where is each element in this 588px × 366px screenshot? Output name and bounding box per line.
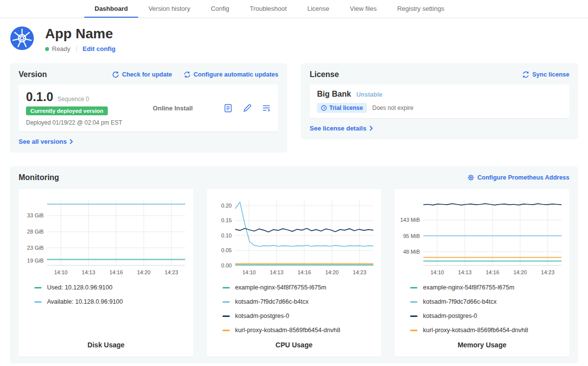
see-license-details-link[interactable]: See license details: [310, 125, 373, 132]
svg-text:14:23: 14:23: [165, 269, 178, 275]
tab-config[interactable]: Config: [200, 0, 240, 18]
legend-label: kotsadm-postgres-0: [235, 313, 289, 319]
auto-update-icon: [184, 71, 191, 78]
check-for-update-label: Check for update: [122, 71, 172, 78]
deployed-timestamp: Deployed 01/19/22 @ 02:04 pm EST: [26, 119, 122, 126]
chart-title: Disk Usage: [23, 341, 190, 350]
legend-swatch: [410, 301, 417, 303]
configure-automatic-updates-button[interactable]: Configure automatic updates: [184, 71, 278, 78]
license-card-title: License: [310, 70, 339, 79]
legend-label: kotsadm-7f9dc7d66c-b4tcx: [235, 298, 309, 305]
legend-label: example-nginx-54f8f76755-l675m: [423, 284, 514, 291]
svg-text:14:16: 14:16: [110, 269, 123, 275]
svg-text:14:20: 14:20: [137, 269, 151, 275]
license-box: Big Bank Unstable Trial license Does not…: [310, 84, 569, 118]
legend-label: example-nginx-54f8f76755-l675m: [235, 284, 326, 291]
current-version-box: 0.1.0 Sequence 0 Currently deployed vers…: [19, 84, 278, 131]
legend-item: kurl-proxy-kotsadm-8569fb6454-dnvh8: [410, 327, 565, 334]
svg-text:95 MiB: 95 MiB: [403, 233, 419, 239]
see-license-details-label: See license details: [310, 125, 367, 132]
svg-text:23 GiB: 23 GiB: [27, 245, 44, 251]
configure-prometheus-label: Configure Prometheus Address: [477, 174, 569, 181]
tab-dashboard[interactable]: Dashboard: [84, 0, 138, 18]
tab-version-history[interactable]: Version history: [138, 0, 200, 18]
edit-config-link[interactable]: Edit config: [83, 45, 116, 52]
svg-text:0.10: 0.10: [221, 233, 232, 238]
configure-prometheus-button[interactable]: Configure Prometheus Address: [467, 174, 569, 181]
svg-text:14:10: 14:10: [54, 269, 68, 275]
legend-item: example-nginx-54f8f76755-l675m: [222, 284, 378, 291]
edit-pen-icon[interactable]: [243, 104, 252, 113]
legend-item: kotsadm-postgres-0: [410, 313, 565, 319]
divider: [76, 46, 77, 52]
legend-swatch: [222, 287, 230, 288]
chart-title: CPU Usage: [211, 341, 378, 350]
legend-item: Used: 10.128.0.96:9100: [34, 284, 190, 291]
clock-icon: [321, 105, 327, 111]
legend-item: Available: 10.128.0.96:9100: [34, 298, 190, 305]
legend-swatch: [34, 301, 42, 303]
svg-text:33 GiB: 33 GiB: [27, 212, 44, 218]
svg-text:14:20: 14:20: [513, 269, 527, 275]
tab-view-files[interactable]: View files: [340, 0, 387, 18]
legend-label: Used: 10.128.0.96:9100: [47, 284, 112, 291]
install-type-label: Online Install: [153, 105, 193, 112]
svg-text:0.05: 0.05: [221, 247, 232, 253]
channel-label: Unstable: [356, 91, 382, 98]
legend-swatch: [34, 287, 42, 288]
version-card: Version Check for update: [10, 63, 287, 153]
legend-item: example-nginx-54f8f76755-l675m: [410, 284, 565, 291]
sync-license-label: Sync license: [532, 71, 569, 78]
legend-label: kurl-proxy-kotsadm-8569fb6454-dnvh8: [423, 327, 528, 334]
legend-item: kurl-proxy-kotsadm-8569fb6454-dnvh8: [222, 327, 378, 334]
license-card: License Sync license Big Bank Unstable: [301, 63, 578, 139]
customer-name: Big Bank: [317, 90, 351, 99]
disk-usage-chart-panel: 19 GiB23 GiB28 GiB33 GiB14:1014:1314:161…: [19, 189, 194, 357]
monitoring-card: Monitoring Configure Prometheus Address: [10, 166, 578, 364]
see-all-versions-link[interactable]: See all versions: [19, 138, 73, 145]
tab-registry-settings[interactable]: Registry settings: [387, 0, 455, 18]
memory-usage-legend: example-nginx-54f8f76755-l675mkotsadm-7f…: [410, 284, 565, 341]
svg-text:28 GiB: 28 GiB: [27, 229, 44, 235]
legend-swatch: [222, 330, 230, 331]
legend-item: kotsadm-7f9dc7d66c-b4tcx: [222, 298, 378, 305]
chevron-right-icon: [70, 139, 73, 144]
legend-swatch: [222, 301, 230, 303]
app-status: Ready: [52, 45, 71, 52]
kubernetes-logo-icon: [10, 26, 34, 51]
check-for-update-button[interactable]: Check for update: [112, 71, 172, 78]
legend-swatch: [410, 287, 417, 288]
memory-usage-chart: 48 MiB95 MiB143 MiB14:1014:1314:1614:201…: [399, 195, 565, 278]
memory-usage-chart-panel: 48 MiB95 MiB143 MiB14:1014:1314:1614:201…: [394, 189, 569, 357]
legend-item: kotsadm-7f9dc7d66c-b4tcx: [410, 298, 565, 305]
app-header: App Name Ready Edit config: [0, 18, 588, 63]
preflight-checklist-icon[interactable]: [223, 104, 233, 113]
svg-text:0.00: 0.00: [221, 262, 232, 268]
svg-text:14:13: 14:13: [458, 269, 472, 275]
top-navigation: Dashboard Version history Config Trouble…: [0, 0, 588, 18]
svg-text:14:16: 14:16: [297, 269, 311, 275]
app-title: App Name: [45, 26, 116, 42]
chevron-right-icon: [369, 126, 373, 131]
svg-text:19 GiB: 19 GiB: [27, 258, 44, 263]
refresh-icon: [112, 71, 119, 78]
svg-text:0.15: 0.15: [221, 217, 232, 223]
chart-title: Memory Usage: [398, 341, 565, 350]
sequence-label: Sequence 0: [58, 96, 89, 103]
deploy-logs-icon[interactable]: [262, 104, 271, 113]
legend-swatch: [410, 330, 417, 331]
expiry-label: Does not expire: [372, 105, 414, 111]
disk-usage-chart: 19 GiB23 GiB28 GiB33 GiB14:1014:1314:161…: [23, 195, 189, 278]
tab-troubleshoot[interactable]: Troubleshoot: [240, 0, 297, 18]
trial-license-badge: Trial license: [317, 103, 367, 113]
tab-license[interactable]: License: [297, 0, 340, 18]
charts-row: 19 GiB23 GiB28 GiB33 GiB14:1014:1314:161…: [19, 189, 569, 357]
cpu-usage-chart: 0.000.050.100.150.2014:1014:1314:1614:20…: [211, 195, 377, 278]
legend-label: kotsadm-7f9dc7d66c-b4tcx: [423, 298, 496, 305]
svg-text:14:16: 14:16: [486, 269, 499, 275]
svg-text:14:10: 14:10: [430, 269, 444, 275]
trial-license-label: Trial license: [329, 105, 363, 111]
sync-license-button[interactable]: Sync license: [522, 71, 569, 78]
svg-text:14:13: 14:13: [270, 269, 284, 275]
cpu-usage-legend: example-nginx-54f8f76755-l675mkotsadm-7f…: [222, 284, 378, 341]
